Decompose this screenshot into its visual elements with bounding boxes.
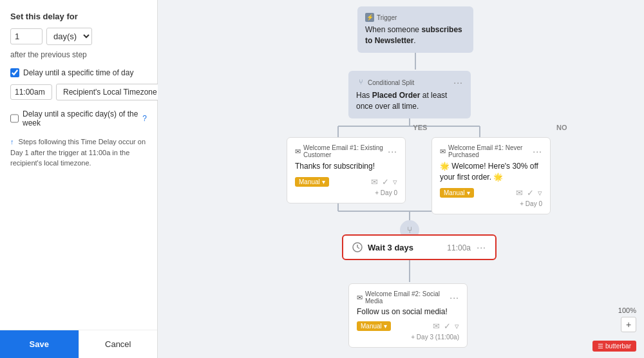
social-body: Follow us on social media!: [357, 307, 459, 316]
delay-row: day(s): [10, 28, 147, 45]
delay-unit-select[interactable]: day(s): [46, 28, 92, 45]
time-row: Recipient's Local Timezone: [10, 84, 147, 100]
specific-time-label: Delay until a specific time of day: [23, 68, 133, 77]
conditional-node[interactable]: ⑂ Conditional Split ··· Has Placed Order…: [348, 71, 471, 118]
timezone-select[interactable]: Recipient's Local Timezone: [56, 84, 172, 100]
clock-icon: [352, 242, 363, 252]
email1-menu[interactable]: ···: [388, 146, 397, 156]
butterbar: ☰ butterbar: [592, 341, 636, 352]
help-icon: ?: [142, 114, 147, 123]
email2-header: ✉ Welcome Email #1: Never Purchased ···: [440, 144, 542, 158]
wait-menu[interactable]: ···: [477, 242, 486, 252]
yes-label: YES: [413, 124, 427, 131]
social-day: + Day 3 (11:00a): [357, 334, 459, 341]
zoom-plus-button[interactable]: +: [621, 317, 636, 332]
right-canvas: ⚡ Trigger When someone subscribes to New…: [158, 0, 644, 358]
specific-time-checkbox[interactable]: [10, 68, 19, 77]
zoom-level: 100%: [618, 306, 636, 314]
email2-menu[interactable]: ···: [533, 146, 542, 156]
email1-footer: Manual ▾ ✉ ✓ ▿: [295, 177, 397, 187]
filter-icon: ▿: [393, 177, 397, 187]
lightning-icon: ⚡: [365, 13, 374, 22]
wait-title: Wait 3 days: [368, 243, 413, 252]
email2-body: 🌟 Welcome! Here's 30% off your first ord…: [440, 161, 542, 183]
no-label: NO: [556, 124, 567, 131]
specific-day-label: Delay until a specific day(s) of the wee…: [23, 109, 138, 127]
trigger-node[interactable]: ⚡ Trigger When someone subscribes to New…: [357, 6, 473, 53]
conditional-menu[interactable]: ···: [453, 77, 463, 88]
email2-mail-icon: ✉: [516, 188, 523, 198]
trigger-header: ⚡ Trigger: [365, 13, 466, 22]
social-menu[interactable]: ···: [450, 292, 459, 303]
email-node-2[interactable]: ✉ Welcome Email #1: Never Purchased ··· …: [431, 137, 551, 214]
delay-value-input[interactable]: [10, 28, 43, 44]
social-check-icon: ✓: [444, 321, 451, 331]
social-filter-icon: ▿: [455, 321, 459, 331]
email1-icon: ✉: [295, 147, 301, 156]
badge-chevron: ▾: [322, 178, 325, 185]
email1-body: Thanks for subscribing!: [295, 161, 397, 172]
butterbar-icon: ☰ butterbar: [598, 343, 631, 350]
split-icon: ⑂: [356, 78, 365, 87]
email1-day: + Day 0: [295, 189, 397, 196]
badge2-chevron: ▾: [467, 189, 470, 196]
social-icon: ✉: [357, 294, 363, 302]
social-chevron: ▾: [384, 323, 387, 330]
email1-badge[interactable]: Manual ▾: [295, 177, 329, 187]
merge-icon: ⑂: [407, 225, 412, 235]
yes-no-row: YES NO: [348, 124, 644, 131]
left-panel: Set this delay for day(s) after the prev…: [0, 0, 158, 358]
zoom-controls: 100% +: [618, 306, 636, 332]
email1-header: ✉ Welcome Email #1: Existing Customer ··…: [295, 144, 397, 158]
trigger-body: When someone subscribes to Newsletter.: [365, 24, 466, 46]
specific-day-row: Delay until a specific day(s) of the wee…: [10, 109, 147, 127]
social-badge[interactable]: Manual ▾: [357, 321, 391, 331]
panel-title: Set this delay for: [10, 12, 147, 21]
svg-line-14: [357, 247, 359, 249]
info-arrow-icon: ↑: [10, 138, 14, 146]
wait-time: 11:00a ···: [447, 242, 486, 252]
after-label: after the previous step: [10, 50, 147, 59]
email2-footer: Manual ▾ ✉ ✓ ▿: [440, 188, 542, 198]
wait-node[interactable]: Wait 3 days 11:00a ···: [342, 234, 497, 260]
specific-day-checkbox[interactable]: [10, 114, 19, 123]
info-text: ↑ Steps following this Time Delay occur …: [10, 137, 147, 169]
conditional-header: ⑂ Conditional Split ···: [356, 77, 463, 88]
conditional-body: Has Placed Order at least once over all …: [356, 90, 463, 112]
email2-day: + Day 0: [440, 200, 542, 207]
email2-icon: ✉: [440, 147, 446, 156]
social-node[interactable]: ✉ Welcome Email #2: Social Media ··· Fol…: [348, 283, 468, 348]
social-header: ✉ Welcome Email #2: Social Media ···: [357, 290, 459, 305]
specific-time-row: Delay until a specific time of day: [10, 68, 147, 77]
social-mail-icon: ✉: [433, 321, 440, 331]
check-icon: ✓: [382, 177, 389, 187]
cancel-button[interactable]: Cancel: [79, 330, 158, 358]
email-node-1[interactable]: ✉ Welcome Email #1: Existing Customer ··…: [287, 137, 406, 203]
social-footer: Manual ▾ ✉ ✓ ▿: [357, 321, 459, 331]
email2-check-icon: ✓: [527, 188, 534, 198]
email2-filter-icon: ▿: [538, 188, 542, 198]
email2-badge[interactable]: Manual ▾: [440, 188, 474, 198]
bottom-buttons: Save Cancel: [0, 330, 157, 358]
time-input[interactable]: [10, 84, 52, 100]
save-button[interactable]: Save: [0, 330, 79, 358]
wait-content: Wait 3 days 11:00a ···: [368, 242, 486, 252]
email-icon: ✉: [371, 177, 378, 187]
